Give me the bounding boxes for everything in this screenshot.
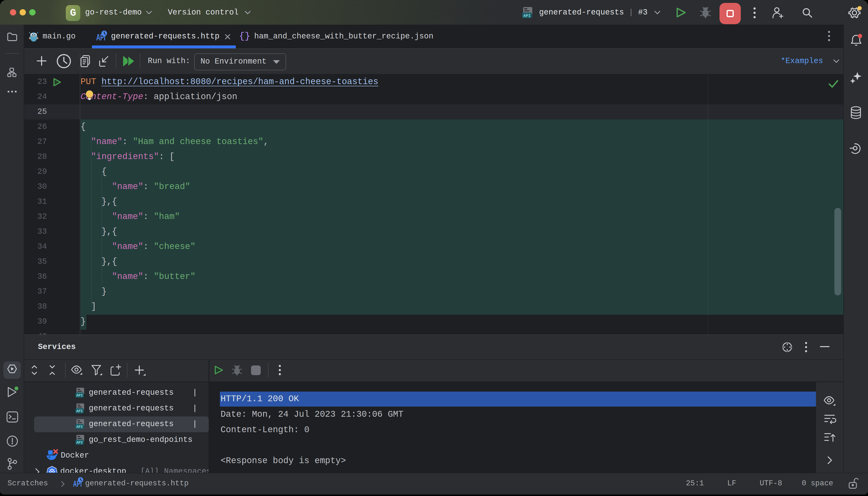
svg-text:API: API [76,409,83,413]
svg-text:API: API [76,425,83,429]
svg-text:API: API [76,441,83,445]
svg-text:API: API [76,393,83,398]
svg-text:API: API [523,14,531,18]
